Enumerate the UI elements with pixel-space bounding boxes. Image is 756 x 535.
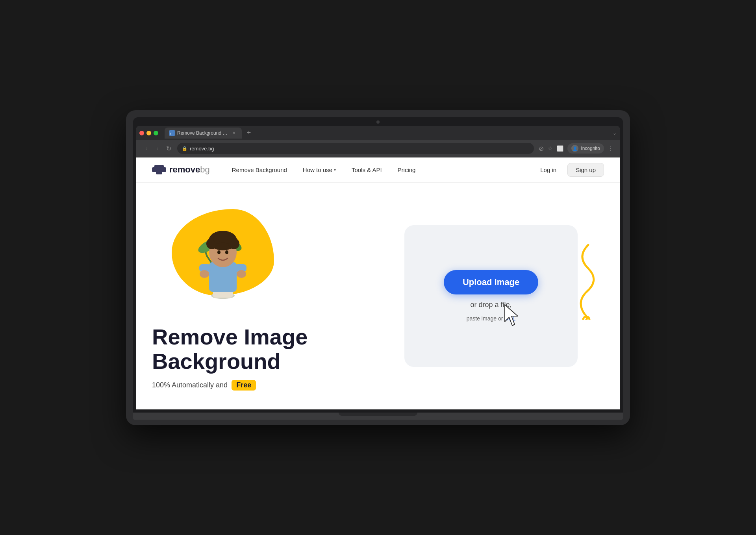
upload-image-button[interactable]: Upload Image	[444, 270, 538, 294]
svg-point-15	[237, 270, 246, 278]
url-link[interactable]: URL	[504, 315, 515, 322]
hero-left: Remove Image Background 100% Automatical…	[152, 201, 378, 390]
drop-text: or drop a file,	[470, 301, 511, 309]
traffic-light-yellow[interactable]	[146, 131, 151, 135]
nav-link-remove-background[interactable]: Remove Background	[226, 163, 293, 176]
laptop-base	[133, 413, 623, 420]
svg-point-22	[218, 232, 228, 243]
hero-image-container	[152, 201, 286, 313]
new-tab-button[interactable]: +	[243, 128, 254, 139]
tab-title: Remove Background from Ima...	[177, 130, 228, 136]
incognito-badge: 👤 Incognito	[567, 143, 604, 154]
svg-point-23	[217, 250, 220, 254]
signup-button[interactable]: Sign up	[567, 163, 604, 177]
tab-menu-icon[interactable]: ⌄	[613, 130, 617, 136]
reload-button[interactable]: ↻	[165, 145, 172, 152]
hero-section: Remove Image Background 100% Automatical…	[136, 183, 620, 409]
svg-rect-4	[156, 170, 162, 174]
incognito-avatar: 👤	[571, 145, 578, 152]
traffic-lights	[139, 131, 158, 135]
browser-chrome: r Remove Background from Ima... ✕ + ⌄ ‹ …	[136, 126, 620, 409]
camera	[376, 120, 380, 124]
laptop-hinge	[339, 413, 417, 416]
screen-bezel: r Remove Background from Ima... ✕ + ⌄ ‹ …	[133, 117, 623, 413]
url-display: remove.bg	[190, 146, 214, 152]
hero-person-illustration	[168, 201, 278, 311]
hero-heading: Remove Image Background	[152, 325, 378, 373]
hero-subtext: 100% Automatically and Free	[152, 380, 378, 391]
svg-point-24	[225, 250, 228, 254]
webpage: removebg Remove Background How to use ▾ …	[136, 157, 620, 409]
chevron-down-icon: ▾	[334, 168, 336, 172]
nav-link-pricing[interactable]: Pricing	[391, 163, 422, 176]
traffic-light-red[interactable]	[139, 131, 144, 135]
browser-menu-icon[interactable]: ⋮	[608, 145, 613, 152]
forward-button[interactable]: ›	[154, 145, 161, 152]
logo-text: removebg	[169, 165, 210, 175]
laptop-shell: r Remove Background from Ima... ✕ + ⌄ ‹ …	[126, 110, 630, 425]
tab-close-icon[interactable]: ✕	[231, 130, 237, 136]
back-button[interactable]: ‹	[143, 145, 150, 152]
tab-bar: r Remove Background from Ima... ✕ + ⌄	[136, 126, 620, 140]
screen-cast-icon[interactable]: ⊘	[539, 145, 544, 152]
free-badge: Free	[232, 380, 256, 391]
login-button[interactable]: Log in	[534, 163, 563, 176]
active-tab[interactable]: r Remove Background from Ima... ✕	[165, 128, 242, 139]
nav-link-how-to-use[interactable]: How to use ▾	[296, 163, 342, 176]
site-nav: removebg Remove Background How to use ▾ …	[136, 157, 620, 183]
bookmark-icon[interactable]: ☆	[548, 145, 553, 152]
nav-links: Remove Background How to use ▾ Tools & A…	[226, 163, 534, 176]
nav-link-tools-api[interactable]: Tools & API	[345, 163, 388, 176]
address-bar: ‹ › ↻ 🔒 remove.bg ⊘ ☆ ⬜ 👤 Incognito	[136, 140, 620, 157]
upload-card: Upload Image or drop a file, paste image…	[404, 225, 578, 367]
incognito-label: Incognito	[581, 146, 600, 151]
nav-auth: Log in Sign up	[534, 163, 604, 177]
tab-favicon: r	[169, 130, 175, 136]
lock-icon: 🔒	[182, 146, 187, 151]
url-bar[interactable]: 🔒 remove.bg	[177, 143, 534, 154]
svg-rect-3	[154, 165, 164, 169]
logo-area[interactable]: removebg	[152, 164, 210, 175]
tab-sync-icon[interactable]: ⬜	[557, 145, 563, 152]
browser-actions: ⊘ ☆ ⬜ 👤 Incognito ⋮	[539, 143, 613, 154]
hero-right: Upload Image or drop a file, paste image…	[378, 225, 604, 367]
drop-subtext: paste image or URL	[467, 315, 516, 322]
svg-point-14	[200, 270, 209, 278]
svg-text:r: r	[170, 131, 171, 135]
logo-icon	[152, 164, 166, 175]
nav-buttons: ‹ › ↻	[143, 145, 172, 152]
traffic-light-green[interactable]	[154, 131, 158, 135]
laptop-bottom	[131, 420, 625, 425]
